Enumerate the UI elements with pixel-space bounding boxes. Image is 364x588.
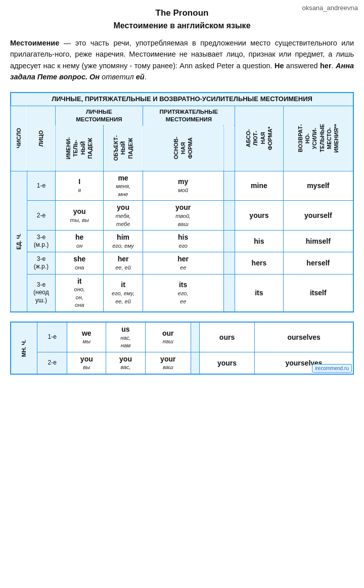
cell-your: yourтвой,ваш <box>143 201 223 231</box>
cell-your-pl: yourваш <box>145 352 191 374</box>
lichnye-header: ЛИЧНЫЕМЕСТОИМЕНИЯ <box>55 106 143 125</box>
intro-italic-1: ответил <box>100 73 136 81</box>
cell-your-pl-vozvr <box>191 352 199 374</box>
cell-himself: himself <box>283 231 353 252</box>
cell-her-poss: herее <box>143 252 223 274</box>
obektny-sub-header: ОБЪЕКТ-НЫЙПАДЕЖ <box>104 125 143 171</box>
lico-2e: 2-е <box>27 201 55 231</box>
vozvratnye-sub-header <box>223 125 235 171</box>
pronouns-table-1: ЛИЧНЫЕ, ПРИТЯЖАТЕЛЬНЫЕ И ВОЗВРАТНО-УСИЛИ… <box>10 92 354 312</box>
cell-him: himего, ему <box>104 231 143 252</box>
cell-he: heон <box>55 231 103 252</box>
cell-its-poss: itsего,ее <box>143 274 223 312</box>
intro-text-2: answered <box>284 62 321 70</box>
ed-ch-header: ЕД. Ч. <box>11 171 27 312</box>
prityazhatelnye-header: ПРИТЯЖАТЕЛЬНЫЕМЕСТОИМЕНИЯ <box>143 106 235 125</box>
cell-ours: ours <box>199 322 254 352</box>
cell-her: herее, ей <box>104 252 143 274</box>
cell-itself: itself <box>283 274 353 312</box>
lico-3e-zhr: 3-е(ж.р.) <box>27 252 55 274</box>
cell-yours: yours <box>235 201 283 231</box>
cell-her-vozvr <box>223 252 235 274</box>
cell-myself: myself <box>283 171 353 201</box>
intro-bold: Местоимение <box>10 39 59 47</box>
lico-3e-neod: 3-е(неодуш.) <box>27 274 55 312</box>
intro-text: Местоимение — это часть речи, употребляе… <box>10 37 354 83</box>
cell-she: sheона <box>55 252 103 274</box>
vozvratnye-header: ВОЗВРАТ-НО-УСИЛИ-ТЕЛЬНЫЕМЕСТО-ИМЕНИЯ** <box>283 106 353 171</box>
cell-our: ourнаш <box>145 322 191 352</box>
cell-me: meменя,мне <box>104 171 143 201</box>
lico-header: ЛИЦО <box>27 106 55 171</box>
lico-2e-pl: 2-е <box>37 352 67 374</box>
table-main-header: ЛИЧНЫЕ, ПРИТЯЖАТЕЛЬНЫЕ И ВОЗВРАТНО-УСИЛИ… <box>11 93 353 106</box>
cell-yourself: yourself <box>283 201 353 231</box>
title-ru: Местоимение в английском языке <box>10 21 354 30</box>
intro-bold-italic-2: ей <box>136 73 145 81</box>
cell-its-vozvr <box>223 274 235 312</box>
cell-yourselves: yourselves irecommend.ru <box>255 352 353 374</box>
cell-my: myмой <box>143 171 223 201</box>
cell-my-vozvr <box>223 171 235 201</box>
cell-you-pl-obj: youвас, <box>106 352 145 374</box>
intro-bold-he: He <box>275 62 284 70</box>
lico-1e: 1-е <box>27 171 55 201</box>
cell-it-en: itоно,он,она <box>55 274 103 312</box>
cell-ourselves: ourselves <box>255 322 353 352</box>
mn-ch-header: МН. Ч. <box>11 322 37 374</box>
cell-its-abs: its <box>235 274 283 312</box>
chislo-header: ЧИСЛО <box>11 106 27 171</box>
osnovnaya-sub-header: ОСНОВ-НАЯФОРМА <box>143 125 223 171</box>
cell-herself: herself <box>283 252 353 274</box>
cell-we: weмы <box>67 322 106 352</box>
cell-hers: hers <box>235 252 283 274</box>
imenitelny-sub-header: ИМЕНИ-ТЕЛЬ-НЫЙПАДЕЖ <box>55 125 103 171</box>
absolutnaya-header: АБСО-ЛЮТ-НАЯФОРМА* <box>235 106 283 171</box>
cell-i-en: Iя <box>55 171 103 201</box>
pronouns-table-2: МН. Ч. 1-е weмы usнас,нам ourнаш ours ou… <box>10 322 354 375</box>
intro-text-4: . <box>145 73 147 81</box>
rec-badge: irecommend.ru <box>312 364 352 373</box>
cell-his: hisего <box>143 231 223 252</box>
cell-it-obj: itего, ему,ее, ей <box>104 274 143 312</box>
intro-text-3: . <box>332 62 336 70</box>
cell-his-abs: his <box>235 231 283 252</box>
cell-us: usнас,нам <box>106 322 145 352</box>
cell-mine: mine <box>235 171 283 201</box>
cell-his-vozvr <box>223 231 235 252</box>
intro-bold-her: her <box>320 62 332 70</box>
cell-you-en: youты, вы <box>55 201 103 231</box>
cell-you-pl: youвы <box>67 352 106 374</box>
cell-your-vozvr <box>223 201 235 231</box>
cell-you-obj: youтебя,тебе <box>104 201 143 231</box>
lico-3e-mr: 3-е(м.р.) <box>27 231 55 252</box>
lico-1e-pl: 1-е <box>37 322 67 352</box>
cell-yours-pl: yours <box>199 352 254 374</box>
cell-our-vozvr <box>191 322 199 352</box>
watermark: oksana_andreevna <box>302 4 358 12</box>
